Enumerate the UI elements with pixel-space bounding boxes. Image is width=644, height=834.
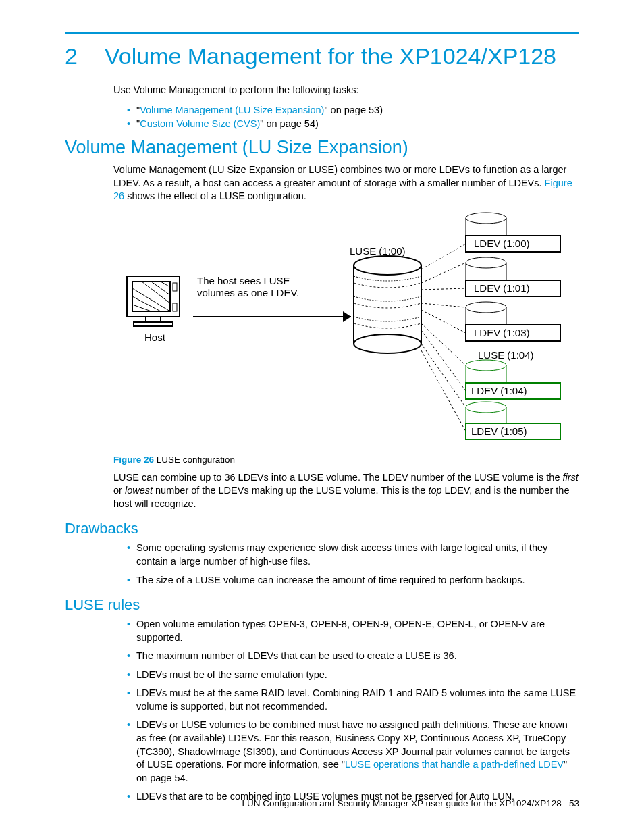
figure-caption: Figure 26 LUSE configuration (113, 454, 579, 465)
xref-link[interactable]: Custom Volume Size (CVS) (140, 118, 260, 129)
ldev-103-label: LDEV (1:03) (474, 327, 530, 338)
section-heading: Volume Management (LU Size Expansion) (65, 137, 579, 158)
svg-line-47 (421, 350, 466, 432)
svg-point-36 (466, 402, 506, 413)
list-item: LDEVs must be of the same emulation type… (127, 669, 579, 682)
page-number: 53 (569, 798, 579, 808)
list-item: LDEVs must be at the same RAID level. Co… (127, 687, 579, 713)
chapter-number: 2 (65, 43, 78, 70)
svg-marker-14 (343, 311, 351, 322)
drawbacks-heading: Drawbacks (65, 520, 579, 538)
drawbacks-list: Some operating systems may experience sl… (127, 542, 579, 587)
section-body: Volume Management (LU Size Expansion or … (113, 163, 579, 203)
chapter-title: 2 Volume Management for the XP1024/XP128 (65, 43, 579, 70)
svg-line-46 (421, 344, 466, 407)
svg-line-44 (421, 323, 466, 365)
ldev-101-label: LDEV (1:01) (474, 282, 530, 294)
svg-point-32 (466, 360, 506, 371)
chapter-title-text: Volume Management for the XP1024/XP128 (105, 43, 556, 70)
svg-rect-8 (173, 283, 177, 291)
luse-rules-list: Open volume emulation types OPEN-3, OPEN… (127, 618, 579, 804)
svg-point-19 (466, 213, 506, 224)
top-rule (65, 32, 579, 34)
toc-item: "Volume Management (LU Size Expansion)" … (127, 105, 579, 115)
ldev-104-label: LDEV (1:04) (471, 385, 527, 396)
xref-link[interactable]: LUSE operations that handle a path-defin… (345, 759, 564, 770)
luse-paragraph: LUSE can combine up to 36 LDEVs into a L… (113, 471, 579, 511)
svg-rect-9 (173, 303, 177, 311)
list-item: LDEVs or LUSE volumes to be combined mus… (127, 719, 579, 785)
svg-point-24 (466, 257, 506, 268)
svg-rect-10 (146, 317, 161, 322)
toc-list: "Volume Management (LU Size Expansion)" … (127, 105, 579, 129)
host-caption-2: volumes as one LDEV. (197, 287, 299, 298)
host-label: Host (144, 332, 166, 343)
svg-line-40 (421, 263, 466, 283)
luse-100-label: LUSE (1:00) (350, 245, 406, 257)
svg-point-28 (466, 302, 506, 313)
list-item: Some operating systems may experience sl… (127, 542, 579, 568)
svg-line-41 (421, 288, 466, 290)
host-caption-1: The host sees LUSE (197, 275, 290, 286)
luse-104-label: LUSE (1:04) (478, 349, 534, 361)
luse-rules-heading: LUSE rules (65, 596, 579, 614)
xref-link[interactable]: Volume Management (LU Size Expansion) (140, 105, 324, 115)
figure-number: Figure 26 (113, 454, 154, 465)
svg-point-18 (354, 334, 421, 353)
svg-rect-11 (134, 322, 173, 326)
list-item: Open volume emulation types OPEN-3, OPEN… (127, 618, 579, 644)
toc-item: "Custom Volume Size (CVS)" on page 54) (127, 118, 579, 129)
ldev-105-label: LDEV (1:05) (471, 425, 527, 437)
intro-text: Use Volume Management to perform the fol… (113, 84, 579, 95)
svg-line-45 (421, 330, 466, 391)
figure-diagram: Host The host sees LUSE volumes as one L… (113, 209, 579, 448)
list-item: The size of a LUSE volume can increase t… (127, 574, 579, 588)
page-footer: LUN Configuration and Security Manager X… (242, 798, 579, 808)
ldev-100-label: LDEV (1:00) (474, 238, 530, 249)
svg-point-15 (354, 256, 421, 275)
svg-line-42 (421, 303, 466, 307)
list-item: The maximum number of LDEVs that can be … (127, 650, 579, 663)
